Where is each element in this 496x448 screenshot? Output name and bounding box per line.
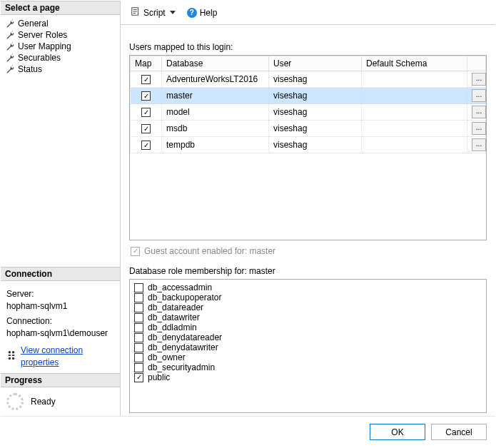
cell-database[interactable]: master (162, 88, 269, 104)
guest-account-label: Guest account enabled for: master (144, 246, 275, 256)
guest-account-row: Guest account enabled for: master (131, 246, 487, 256)
select-page-header: Select a page (1, 1, 120, 15)
role-name: db_datareader (148, 302, 203, 312)
role-checkbox[interactable] (134, 353, 143, 362)
cell-user[interactable]: viseshag (269, 88, 362, 104)
wrench-icon (5, 64, 15, 74)
cell-database[interactable]: msdb (162, 121, 269, 137)
role-item[interactable]: db_accessadmin (134, 282, 482, 292)
guest-account-checkbox (131, 247, 140, 256)
connection-value: hopham-sqlvm1\demouser (6, 327, 114, 340)
login-properties-dialog: Select a page GeneralServer RolesUser Ma… (0, 0, 496, 448)
wrench-icon (5, 19, 15, 29)
role-item[interactable]: db_backupoperator (134, 292, 482, 302)
script-icon (131, 6, 141, 19)
role-item[interactable]: db_ddladmin (134, 322, 482, 332)
role-checkbox[interactable] (134, 323, 143, 332)
col-database-header[interactable]: Database (162, 56, 269, 71)
cell-schema[interactable] (362, 71, 467, 88)
wrench-icon (5, 53, 15, 63)
role-checkbox[interactable] (134, 293, 143, 302)
cell-user[interactable]: viseshag (269, 104, 362, 121)
table-row[interactable]: tempdbviseshag... (131, 137, 486, 153)
cell-database[interactable]: AdventureWorksLT2016 (162, 71, 269, 88)
table-row[interactable]: msdbviseshag... (131, 121, 486, 137)
map-checkbox[interactable] (141, 124, 151, 133)
server-value: hopham-sqlvm1 (6, 300, 114, 312)
cell-schema[interactable] (362, 137, 467, 153)
right-panel: Script ? Help Users mapped to this login… (121, 1, 495, 416)
page-item-server-roles[interactable]: Server Roles (1, 29, 120, 41)
schema-browse-button[interactable]: ... (472, 73, 486, 86)
content-area: Users mapped to this login: Map Database… (121, 25, 495, 416)
script-button[interactable]: Script (128, 5, 180, 20)
schema-browse-button[interactable]: ... (472, 106, 486, 118)
schema-browse-button[interactable]: ... (472, 138, 486, 151)
table-row[interactable]: masterviseshag... (131, 88, 486, 104)
role-item[interactable]: db_datareader (134, 302, 482, 312)
cell-schema[interactable] (362, 121, 467, 137)
map-checkbox[interactable] (141, 141, 151, 150)
cell-user[interactable]: viseshag (269, 121, 362, 137)
users-mapped-grid[interactable]: Map Database User Default Schema Adventu… (129, 55, 487, 240)
role-item[interactable]: db_owner (134, 352, 482, 362)
cell-database[interactable]: tempdb (162, 137, 269, 153)
role-item[interactable]: db_datawriter (134, 312, 482, 322)
help-button[interactable]: ? Help (184, 6, 221, 19)
page-item-label: Securables (18, 53, 61, 63)
progress-status: Ready (31, 397, 56, 407)
page-item-user-mapping[interactable]: User Mapping (1, 41, 120, 52)
dialog-footer: OK Cancel (1, 416, 495, 447)
page-item-securables[interactable]: Securables (1, 52, 120, 63)
role-item[interactable]: public (134, 372, 482, 382)
script-dropdown-icon (170, 11, 176, 14)
col-schema-header[interactable]: Default Schema (362, 56, 467, 71)
role-name: db_owner (148, 352, 186, 362)
page-item-label: Server Roles (18, 30, 67, 40)
left-panel: Select a page GeneralServer RolesUser Ma… (1, 1, 121, 416)
cell-user[interactable]: viseshag (269, 137, 362, 153)
connection-info: Server: hopham-sqlvm1 Connection: hopham… (1, 281, 120, 373)
role-membership-list[interactable]: db_accessadmindb_backupoperatordb_datare… (129, 279, 487, 413)
role-checkbox[interactable] (134, 313, 143, 322)
cancel-button[interactable]: Cancel (431, 424, 487, 440)
schema-browse-button[interactable]: ... (472, 89, 486, 102)
page-item-label: General (18, 19, 49, 29)
role-checkbox[interactable] (134, 303, 143, 312)
role-name: db_backupoperator (148, 292, 221, 302)
role-name: db_denydatawriter (148, 342, 218, 352)
cell-schema[interactable] (362, 88, 467, 104)
page-item-label: User Mapping (18, 41, 71, 51)
map-checkbox[interactable] (141, 75, 151, 84)
cell-schema[interactable] (362, 104, 467, 121)
role-checkbox[interactable] (134, 333, 143, 342)
col-user-header[interactable]: User (269, 56, 362, 71)
col-map-header[interactable]: Map (131, 56, 162, 71)
page-item-general[interactable]: General (1, 18, 120, 29)
table-row[interactable]: modelviseshag... (131, 104, 486, 121)
role-checkbox[interactable] (134, 283, 143, 292)
role-name: public (148, 372, 170, 382)
cell-user[interactable]: viseshag (269, 71, 362, 88)
role-checkbox[interactable] (134, 373, 143, 382)
schema-browse-button[interactable]: ... (472, 122, 486, 135)
role-item[interactable]: db_securityadmin (134, 362, 482, 372)
map-checkbox[interactable] (141, 108, 151, 117)
map-checkbox[interactable] (141, 91, 151, 101)
progress-body: Ready (1, 387, 120, 416)
progress-spinner-icon (6, 393, 24, 410)
role-item[interactable]: db_denydatareader (134, 332, 482, 342)
page-item-status[interactable]: Status (1, 63, 120, 75)
ok-button[interactable]: OK (370, 424, 425, 440)
role-item[interactable]: db_denydatawriter (134, 342, 482, 352)
connection-header: Connection (1, 267, 120, 281)
view-connection-properties-link[interactable]: View connection properties (21, 345, 114, 369)
cell-database[interactable]: model (162, 104, 269, 121)
role-name: db_securityadmin (148, 362, 215, 372)
wrench-icon (5, 30, 15, 40)
role-checkbox[interactable] (134, 343, 143, 352)
role-checkbox[interactable] (134, 363, 143, 372)
table-row[interactable]: AdventureWorksLT2016viseshag... (131, 71, 486, 88)
help-icon: ? (187, 8, 197, 18)
role-name: db_ddladmin (148, 322, 197, 332)
